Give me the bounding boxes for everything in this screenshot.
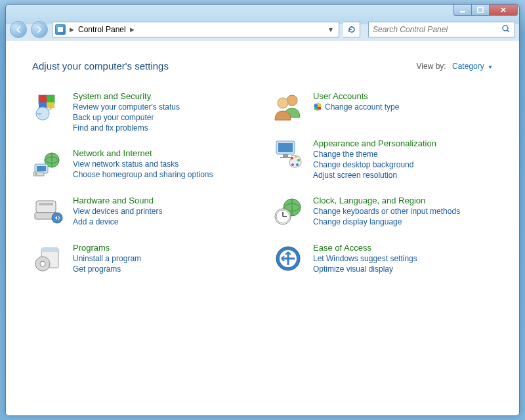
category-user-accounts: User Accounts Change account type [272,91,493,123]
category-link[interactable]: Get programs [73,264,141,274]
category-title[interactable]: User Accounts [313,91,399,101]
left-column: System and Security Review your computer… [32,91,253,274]
svg-point-33 [295,156,297,158]
category-title[interactable]: Hardware and Sound [73,196,163,205]
refresh-button[interactable] [343,22,360,37]
system-security-icon [32,91,64,123]
svg-point-13 [35,173,37,175]
category-link[interactable]: Adjust screen resolution [313,171,436,180]
category-title[interactable]: Network and Internet [73,148,213,158]
svg-rect-1 [478,7,483,12]
svg-rect-5 [47,95,54,102]
arrow-left-icon [14,25,23,34]
category-system-security: System and Security Review your computer… [32,91,253,133]
svg-point-34 [297,159,300,161]
category-link[interactable]: Change display language [313,217,460,226]
svg-rect-0 [460,11,465,12]
chevron-down-icon: ▼ [488,64,493,70]
category-link[interactable]: Optimize visual display [313,264,417,274]
category-link[interactable]: Uninstall a program [73,254,141,263]
svg-rect-31 [280,157,291,158]
view-by-label: View by: [417,62,446,71]
titlebar [6,5,519,19]
svg-rect-14 [36,201,56,213]
category-title[interactable]: Ease of Access [313,243,417,253]
network-internet-icon [32,148,64,180]
programs-icon [32,243,64,274]
category-link[interactable]: Add a device [73,217,163,226]
category-ease-of-access: Ease of Access Let Windows suggest setti… [272,243,493,274]
maximize-button[interactable] [471,4,490,16]
category-hardware-sound: Hardware and Sound View devices and prin… [32,196,253,227]
user-accounts-icon [272,91,304,123]
svg-point-22 [287,95,297,106]
category-network-internet: Network and Internet View network status… [32,148,253,180]
category-link[interactable]: Change the theme [313,150,436,159]
right-column: User Accounts Change account type [272,91,493,274]
svg-rect-27 [318,107,321,110]
svg-point-21 [40,261,45,266]
search-input[interactable] [373,25,501,34]
view-by-selector[interactable]: View by: Category ▼ [417,62,493,71]
svg-point-2 [503,26,508,31]
back-button[interactable] [10,21,27,38]
svg-point-36 [291,163,294,166]
navigation-bar: ▶ Control Panel ▶ ▾ [6,19,519,40]
forward-button[interactable] [31,21,48,38]
search-box[interactable] [368,22,515,37]
svg-point-32 [291,157,293,159]
chevron-right-icon: ▶ [130,26,135,33]
svg-rect-29 [278,143,293,152]
svg-rect-24 [314,104,318,107]
control-panel-window: ▶ Control Panel ▶ ▾ Adjust your computer… [5,4,520,416]
search-icon [501,24,511,35]
minimize-button[interactable] [453,4,472,16]
svg-line-3 [507,30,509,32]
category-title[interactable]: System and Security [73,91,180,101]
content-area: Adjust your computer's settings View by:… [6,40,519,415]
svg-rect-26 [314,107,318,110]
control-panel-icon [55,24,66,35]
svg-rect-30 [283,154,288,157]
category-link[interactable]: Change desktop background [313,160,436,169]
category-appearance-personalization: Appearance and Personalization Change th… [272,138,493,180]
category-title[interactable]: Clock, Language, and Region [313,196,460,205]
svg-point-23 [278,98,288,108]
svg-rect-15 [39,203,53,205]
breadcrumb-root[interactable]: Control Panel [78,25,126,34]
category-title[interactable]: Programs [73,243,141,253]
address-bar[interactable]: ▶ Control Panel ▶ ▾ [52,22,339,37]
close-button[interactable] [489,4,518,16]
svg-rect-11 [37,166,46,171]
svg-rect-25 [318,104,321,107]
category-link[interactable]: Change keyboards or other input methods [313,207,460,216]
hardware-sound-icon [32,196,64,227]
category-link[interactable]: View devices and printers [73,207,163,216]
svg-rect-19 [41,248,58,252]
page-title: Adjust your computer's settings [32,60,169,72]
window-buttons [454,4,518,16]
svg-point-35 [296,163,299,166]
category-link[interactable]: Let Windows suggest settings [313,254,417,263]
category-programs: Programs Uninstall a program Get program… [32,243,253,274]
svg-rect-4 [39,95,47,102]
category-title[interactable]: Appearance and Personalization [313,138,436,148]
appearance-icon [272,138,304,170]
svg-rect-7 [47,102,54,108]
uac-shield-icon [313,102,322,112]
category-link[interactable]: Change account type [313,102,399,112]
category-link[interactable]: Back up your computer [73,113,180,122]
category-link[interactable]: Review your computer's status [73,102,180,112]
chevron-right-icon: ▶ [70,26,74,33]
clock-language-region-icon [272,196,304,227]
category-link[interactable]: Choose homegroup and sharing options [73,170,213,179]
arrow-right-icon [35,25,44,34]
category-clock-language-region: Clock, Language, and Region Change keybo… [272,196,493,227]
category-link[interactable]: Find and fix problems [73,123,180,133]
view-by-value[interactable]: Category [452,62,484,71]
category-link[interactable]: View network status and tasks [73,159,213,169]
refresh-icon [347,25,356,34]
ease-of-access-icon [272,243,304,274]
svg-rect-12 [33,172,44,176]
address-dropdown-button[interactable]: ▾ [326,25,336,34]
